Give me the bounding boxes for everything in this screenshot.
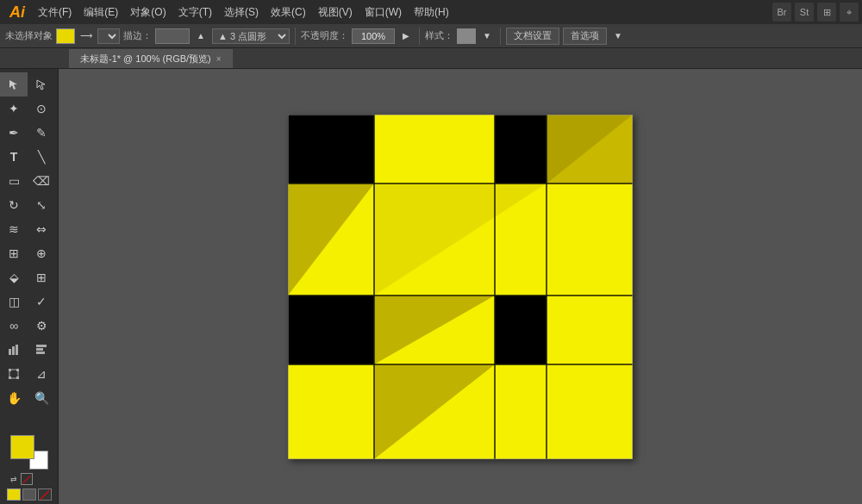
- type-tool[interactable]: T: [0, 145, 28, 169]
- svg-rect-22: [288, 296, 374, 364]
- opacity-label: 不透明度：: [301, 29, 348, 42]
- symbol-tool[interactable]: ⚙: [28, 314, 55, 338]
- fg-color-swatch[interactable]: [10, 435, 34, 459]
- line-tool[interactable]: ╲: [28, 145, 55, 169]
- svg-rect-31: [547, 364, 633, 459]
- arrange-icon[interactable]: ⊞: [817, 3, 836, 22]
- menu-file[interactable]: 文件(F): [33, 3, 77, 22]
- svg-rect-1: [12, 346, 15, 355]
- style-swatch[interactable]: [457, 28, 476, 44]
- tool-row-11: ∞ ⚙: [0, 314, 58, 338]
- blend-tool[interactable]: ∞: [0, 314, 28, 338]
- svg-rect-14: [495, 115, 547, 184]
- control-bar: 未选择对象 ⟶ 描边： ▲ ▲ 3 点圆形 不透明度： ▶ 样式： ▼ 文档设置…: [0, 24, 862, 48]
- none-swatch[interactable]: [21, 473, 33, 485]
- pen-tool[interactable]: ✒: [0, 121, 28, 145]
- svg-rect-27: [288, 364, 374, 459]
- svg-rect-3: [36, 345, 47, 347]
- tool-row-3: ✒ ✎: [0, 121, 58, 145]
- search-app-icon[interactable]: ⌖: [840, 3, 859, 22]
- document-tab[interactable]: 未标题-1* @ 100% (RGB/预览) ×: [69, 49, 233, 68]
- tool-row-12: [0, 338, 58, 362]
- tool-row-4: T ╲: [0, 145, 58, 169]
- tool-row-9: ⬙ ⊞: [0, 265, 58, 289]
- app-logo: Ai: [3, 0, 31, 24]
- separator-2: [419, 28, 420, 45]
- fill-type-icon[interactable]: ⟶: [78, 28, 94, 44]
- menu-object[interactable]: 对象(O): [125, 3, 171, 22]
- stroke-select[interactable]: [97, 28, 120, 44]
- svg-rect-0: [9, 349, 11, 355]
- stock-icon[interactable]: St: [795, 3, 814, 22]
- tab-bar: 未标题-1* @ 100% (RGB/预览) ×: [0, 48, 862, 69]
- bar-graph-tool[interactable]: [28, 338, 55, 362]
- menu-type[interactable]: 文字(T): [173, 3, 217, 22]
- svg-rect-4: [36, 348, 43, 351]
- bridge-icon[interactable]: Br: [772, 3, 791, 22]
- svg-rect-10: [16, 376, 19, 379]
- menu-view[interactable]: 视图(V): [313, 3, 358, 22]
- stroke-label: 描边：: [123, 29, 152, 42]
- fill-swatch[interactable]: [56, 28, 75, 44]
- tab-close-icon[interactable]: ×: [216, 54, 222, 64]
- menu-help[interactable]: 帮助(H): [409, 3, 454, 22]
- graph-tool[interactable]: [0, 338, 28, 362]
- opacity-options-icon[interactable]: ▶: [398, 28, 414, 44]
- shape-builder-tool[interactable]: ⊕: [28, 241, 55, 265]
- tool-row-10: ◫ ✓: [0, 289, 58, 314]
- artboard-tool[interactable]: [0, 362, 28, 386]
- svg-rect-13: [374, 115, 495, 184]
- tool-row-13: ⊿: [0, 362, 58, 386]
- svg-rect-26: [547, 296, 633, 364]
- doc-setup-button[interactable]: 文档设置: [506, 28, 559, 45]
- menu-select[interactable]: 选择(S): [219, 3, 264, 22]
- svg-rect-12: [288, 115, 374, 184]
- style-arrow-icon[interactable]: ▼: [479, 28, 495, 44]
- perspective-tool[interactable]: ⬙: [0, 265, 28, 289]
- menu-effect[interactable]: 效果(C): [265, 3, 311, 22]
- none-mode-btn[interactable]: [38, 488, 52, 501]
- eraser-tool[interactable]: ⌫: [28, 169, 55, 193]
- app-bar-right: Br St ⊞ ⌖: [772, 3, 859, 22]
- sidebar-bottom: ⇄: [3, 432, 55, 504]
- free-transform-tool[interactable]: ⊞: [0, 241, 28, 265]
- artwork-svg: [288, 115, 633, 459]
- hand-tool[interactable]: ✋: [0, 386, 28, 410]
- tool-row-5: ▭ ⌫: [0, 169, 58, 193]
- stroke-up-icon[interactable]: ▲: [193, 28, 209, 44]
- sidebar: ✦ ⊙ ✒ ✎ T ╲ ▭ ⌫ ↻ ⤡ ≋ ⇔ ⊞ ⊕ ⬙ ⊞: [0, 69, 59, 504]
- stroke-width-input[interactable]: [155, 28, 190, 44]
- tool-row-6: ↻ ⤡: [0, 193, 58, 217]
- stroke-type-select[interactable]: ▲ 3 点圆形: [212, 28, 290, 44]
- add-anchor-tool[interactable]: ✎: [28, 121, 55, 145]
- opacity-input[interactable]: [352, 28, 395, 44]
- eyedropper-tool[interactable]: ✓: [28, 289, 55, 314]
- mesh-tool[interactable]: ⊞: [28, 265, 55, 289]
- svg-rect-25: [495, 296, 547, 364]
- svg-rect-2: [16, 345, 18, 355]
- tool-row-7: ≋ ⇔: [0, 217, 58, 241]
- separator-1: [295, 28, 296, 45]
- gradient-tool[interactable]: ◫: [0, 289, 28, 314]
- direct-select-tool[interactable]: [28, 72, 55, 96]
- magic-wand-tool[interactable]: ✦: [0, 96, 28, 121]
- arrow-tool[interactable]: [0, 72, 28, 96]
- menu-edit[interactable]: 编辑(E): [78, 3, 123, 22]
- swap-colors-icon[interactable]: ⇄: [10, 475, 17, 483]
- more-options-icon[interactable]: ▼: [610, 28, 626, 44]
- prefs-button[interactable]: 首选项: [563, 28, 607, 45]
- svg-rect-7: [9, 369, 11, 371]
- lasso-tool[interactable]: ⊙: [28, 96, 55, 121]
- slice-tool[interactable]: ⊿: [28, 362, 55, 386]
- rotate-tool[interactable]: ↻: [0, 193, 28, 217]
- warp-tool[interactable]: ≋: [0, 217, 28, 241]
- app-bar: Ai 文件(F) 编辑(E) 对象(O) 文字(T) 选择(S) 效果(C) 视…: [0, 0, 862, 24]
- gradient-mode-btn[interactable]: [22, 488, 36, 501]
- menu-window[interactable]: 窗口(W): [359, 3, 407, 22]
- color-mode-btn[interactable]: [7, 488, 21, 501]
- canvas-area[interactable]: [59, 69, 862, 504]
- zoom-tool[interactable]: 🔍: [28, 386, 55, 410]
- width-tool[interactable]: ⇔: [28, 217, 55, 241]
- rect-tool[interactable]: ▭: [0, 169, 28, 193]
- scale-tool[interactable]: ⤡: [28, 193, 55, 217]
